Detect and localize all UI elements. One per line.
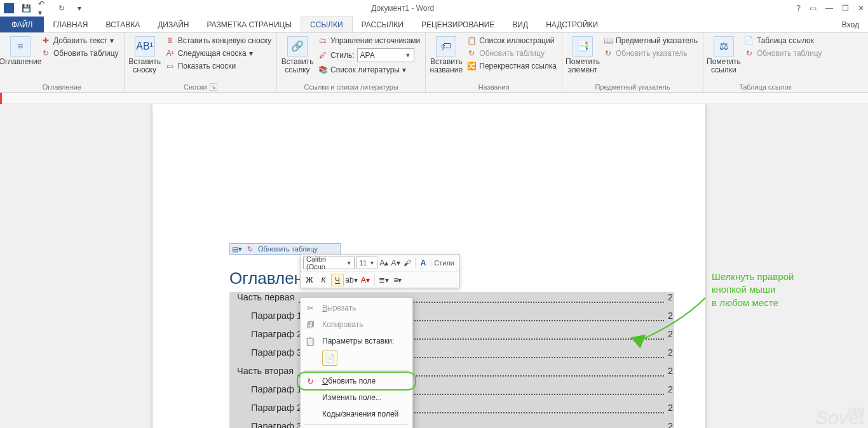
toc-entry[interactable]: Параграф 32: [229, 421, 674, 428]
bibliography-button[interactable]: 📚Список литературы ▾: [316, 64, 421, 76]
toc-entry-page: 2: [668, 366, 674, 376]
mark-entry-button[interactable]: 📑 Пометить элемент: [566, 35, 599, 76]
cross-ref-icon: 🔀: [466, 61, 477, 71]
toc-button[interactable]: ≡ Оглавление: [4, 35, 37, 67]
next-footnote-button[interactable]: A¹Следующая сноска ▾: [164, 48, 273, 59]
tab-insert[interactable]: ВСТАВКА: [97, 17, 149, 32]
ctx-toggle-field-codes[interactable]: Коды/значения полей: [301, 406, 412, 422]
ctx-paste-options: 📄: [301, 349, 412, 368]
undo-button[interactable]: ↶ ▾: [38, 3, 50, 14]
tab-home[interactable]: ГЛАВНАЯ: [44, 17, 97, 32]
insert-caption-label: Вставить название: [430, 58, 463, 74]
paste-option-keep-text[interactable]: 📄: [322, 351, 337, 366]
format-painter-button[interactable]: 🖌: [402, 257, 412, 269]
show-notes-button[interactable]: ▭Показать сноски: [164, 60, 273, 72]
insert-footnote-label: Вставить сноску: [128, 58, 161, 74]
list-figures-icon: 📋: [466, 36, 477, 46]
toc-entry-page: 2: [668, 347, 674, 358]
toc-icon: ≡: [10, 36, 31, 57]
toc-entry-page: 2: [668, 403, 674, 413]
qat-customize[interactable]: ▾: [74, 3, 85, 14]
insert-footnote-button[interactable]: AB¹ Вставить сноску: [128, 35, 161, 76]
ribbon-display-options-icon[interactable]: ▭: [810, 4, 817, 13]
bullets-button[interactable]: ≣▾: [377, 274, 390, 286]
list-figures-button[interactable]: 📋Список иллюстраций: [465, 35, 558, 46]
tab-page-layout[interactable]: РАЗМЕТКА СТРАНИЦЫ: [198, 17, 301, 32]
minimize-icon[interactable]: —: [825, 4, 833, 13]
toc-field-menu-icon[interactable]: ▤▾: [233, 244, 241, 253]
update-toa-button[interactable]: ↻Обновить таблицу: [743, 48, 824, 59]
help-icon[interactable]: ?: [796, 4, 801, 13]
mark-entry-label: Пометить элемент: [566, 58, 600, 74]
toc-entry[interactable]: Параграф 22: [229, 329, 674, 347]
shrink-font-button[interactable]: A▾: [390, 257, 400, 269]
show-notes-icon: ▭: [165, 61, 175, 71]
tab-review[interactable]: РЕЦЕНЗИРОВАНИЕ: [412, 17, 503, 32]
sign-in-link[interactable]: Вход: [833, 17, 868, 32]
copy-icon: 🗐: [304, 319, 316, 330]
annotation-text: Шелкнуть праврой кнопкой мыши в любом ме…: [712, 271, 794, 309]
citation-icon: 🔗: [287, 36, 308, 57]
numbering-button[interactable]: ≡▾: [391, 274, 404, 286]
manage-sources-icon: 🗂: [318, 36, 328, 46]
toc-entry[interactable]: Параграф 22: [229, 403, 674, 421]
toc-field-update-label[interactable]: Обновить таблицу: [258, 245, 318, 253]
tab-references[interactable]: ССЫЛКИ: [301, 17, 352, 32]
update-toc-icon: ↻: [41, 48, 51, 58]
bibliography-icon: 📚: [318, 65, 328, 75]
tab-file[interactable]: ФАЙЛ: [0, 17, 44, 32]
toc-entry[interactable]: Параграф 12: [229, 311, 674, 329]
index-icon: 📖: [603, 36, 613, 46]
watermark: clubSovet: [815, 407, 864, 425]
save-button[interactable]: 💾: [20, 3, 32, 14]
insert-endnote-button[interactable]: 🗎Вставить концевую сноску: [164, 35, 273, 46]
toc-entry[interactable]: Параграф 32: [229, 347, 674, 366]
ctx-copy[interactable]: 🗐Копировать: [301, 316, 412, 333]
update-toc-button[interactable]: ↻Обновить таблицу: [39, 48, 120, 59]
insert-citation-button[interactable]: 🔗 Вставить ссылку: [281, 35, 314, 76]
cross-reference-button[interactable]: 🔀Перекрестная ссылка: [465, 60, 558, 72]
toc-entry[interactable]: Часть первая2: [229, 292, 674, 311]
ctx-update-field[interactable]: ↻Обновить поле: [301, 373, 412, 389]
font-color-button[interactable]: A▾: [359, 274, 372, 286]
grow-font-button[interactable]: A▴: [379, 257, 389, 269]
tab-addins[interactable]: НАДСТРОЙКИ: [537, 17, 607, 32]
highlight-button[interactable]: ab▾: [345, 274, 358, 286]
insert-caption-button[interactable]: 🏷 Вставить название: [430, 35, 463, 76]
toc-field-toolbar[interactable]: ▤▾ ↻ Обновить таблицу: [229, 243, 341, 255]
mark-citation-button[interactable]: ⚖ Пометить ссылки: [707, 35, 740, 76]
citation-style-select[interactable]: APA▼: [357, 48, 414, 62]
style-icon: 🖊: [318, 50, 328, 60]
ctx-cut[interactable]: ✂Вырезать: [301, 300, 412, 316]
tab-design[interactable]: ДИЗАЙН: [149, 17, 198, 32]
close-icon[interactable]: ✕: [858, 4, 864, 13]
underline-button[interactable]: Ч: [331, 274, 344, 286]
insert-citation-label: Вставить ссылку: [281, 58, 314, 74]
styles-button[interactable]: A: [418, 257, 429, 269]
redo-button[interactable]: ↻: [56, 3, 67, 14]
add-text-button[interactable]: ✚Добавить текст ▾: [39, 35, 120, 46]
tab-view[interactable]: ВИД: [503, 17, 537, 32]
toc-field-update-icon[interactable]: ↻: [245, 244, 254, 253]
maximize-icon[interactable]: ❐: [842, 4, 849, 13]
group-authorities: ⚖ Пометить ссылки 📄Таблица ссылок ↻Обнов…: [703, 33, 827, 92]
footnotes-dialog-launcher[interactable]: ↘: [210, 83, 217, 91]
toc-entry-page: 2: [668, 329, 674, 339]
bold-button[interactable]: Ж: [303, 274, 316, 286]
font-size-select[interactable]: 11▼: [356, 257, 377, 269]
italic-button[interactable]: К: [317, 274, 330, 286]
toc-entry[interactable]: Часть вторая2: [229, 366, 674, 384]
tab-mailings[interactable]: РАССЫЛКИ: [353, 17, 412, 32]
word-app-icon: [4, 3, 14, 13]
horizontal-ruler[interactable]: [0, 93, 868, 104]
manage-sources-button[interactable]: 🗂Управление источниками: [316, 35, 421, 46]
mark-citation-icon: ⚖: [714, 36, 734, 57]
toc-entry[interactable]: Параграф 12: [229, 384, 674, 403]
font-name-select[interactable]: Calibri (Осно▼: [303, 257, 355, 269]
update-figures-button[interactable]: ↻Обновить таблицу: [465, 48, 558, 59]
update-index-button[interactable]: ↻Обновить указатель: [602, 48, 699, 59]
ctx-edit-field[interactable]: Изменить поле...: [301, 389, 412, 406]
insert-toa-button[interactable]: 📄Таблица ссылок: [743, 35, 824, 46]
insert-index-button[interactable]: 📖Предметный указатель: [602, 35, 699, 46]
ctx-paste-header: 📋Параметры вставки:: [301, 333, 412, 349]
